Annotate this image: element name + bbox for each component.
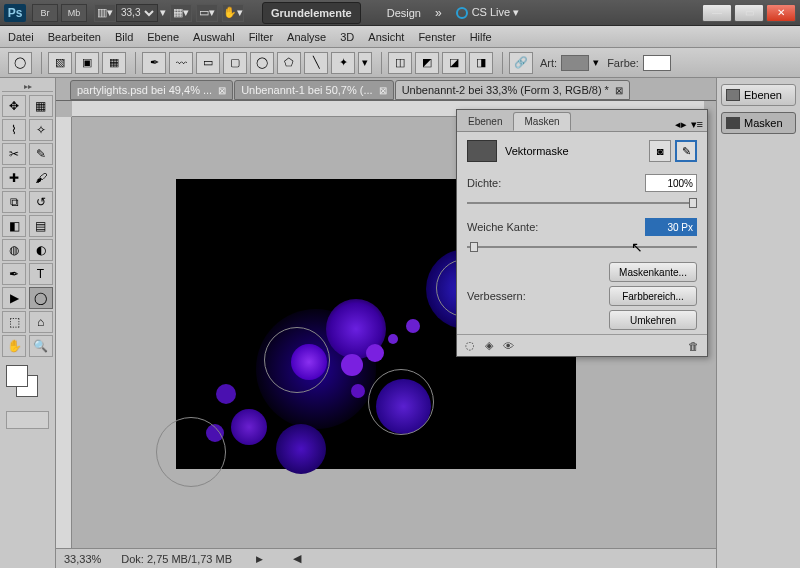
workspace-more-icon[interactable]: » xyxy=(435,6,442,20)
menu-ebene[interactable]: Ebene xyxy=(147,31,179,43)
weiche-input[interactable] xyxy=(645,218,697,236)
history-brush-tool[interactable]: ↺ xyxy=(29,191,53,213)
lasso-tool[interactable]: ⌇ xyxy=(2,119,26,141)
status-dok[interactable]: Dok: 2,75 MB/1,73 MB xyxy=(121,553,232,565)
move-tool[interactable]: ✥ xyxy=(2,95,26,117)
shape-tool[interactable]: ◯ xyxy=(29,287,53,309)
menu-auswahl[interactable]: Auswahl xyxy=(193,31,235,43)
dichte-input[interactable] xyxy=(645,174,697,192)
line-icon[interactable]: ╲ xyxy=(304,52,328,74)
combine-excl-icon[interactable]: ◨ xyxy=(469,52,493,74)
cslive-button[interactable]: CS Live ▾ xyxy=(456,6,520,19)
doc-tab-2[interactable]: Unbenannt-1 bei 50,7% (...⊠ xyxy=(234,80,393,100)
load-selection-icon[interactable]: ◌ xyxy=(465,339,475,352)
ruler-vertical[interactable] xyxy=(56,117,72,548)
3d-cam-tool[interactable]: ⌂ xyxy=(29,311,53,333)
minimize-button[interactable]: — xyxy=(702,4,732,22)
tab-ebenen[interactable]: Ebenen xyxy=(457,112,513,131)
polygon-icon[interactable]: ⬠ xyxy=(277,52,301,74)
menu-3d[interactable]: 3D xyxy=(340,31,354,43)
weiche-slider[interactable] xyxy=(467,242,697,252)
panel-menu-icon[interactable]: ▾≡ xyxy=(691,118,703,131)
freeform-pen-icon[interactable]: 〰 xyxy=(169,52,193,74)
menu-fenster[interactable]: Fenster xyxy=(418,31,455,43)
maximize-button[interactable]: ▭ xyxy=(734,4,764,22)
mask-panel[interactable]: Ebenen Masken ◂▸▾≡ Vektormaske ◙ ✎ Dicht… xyxy=(456,109,708,357)
fill-pixels-icon[interactable]: ▦ xyxy=(102,52,126,74)
shape-layers-icon[interactable]: ▧ xyxy=(48,52,72,74)
close-icon[interactable]: ⊠ xyxy=(615,85,623,96)
rounded-rect-icon[interactable]: ▢ xyxy=(223,52,247,74)
grid-icon[interactable]: ▦▾ xyxy=(170,4,192,22)
doc-tab-3[interactable]: Unbenannt-2 bei 33,3% (Form 3, RGB/8) *⊠ xyxy=(395,80,630,100)
3d-tool[interactable]: ⬚ xyxy=(2,311,26,333)
mask-thumbnail[interactable] xyxy=(467,140,497,162)
combine-add-icon[interactable]: ◫ xyxy=(388,52,412,74)
shape-tool-icon[interactable]: ◯ xyxy=(8,52,32,74)
collapse-icon[interactable]: ◂▸ xyxy=(675,118,687,131)
doc-layout-icon[interactable]: ▭▾ xyxy=(196,4,218,22)
dodge-tool[interactable]: ◐ xyxy=(29,239,53,261)
tab-masken[interactable]: Masken xyxy=(513,112,570,131)
zoom-select[interactable]: 33,3 xyxy=(116,4,158,22)
style-swatch[interactable] xyxy=(561,55,589,71)
menu-bearbeiten[interactable]: Bearbeiten xyxy=(48,31,101,43)
type-tool[interactable]: T xyxy=(29,263,53,285)
zoom-tool[interactable]: 🔍 xyxy=(29,335,53,357)
shape-options-icon[interactable]: ▾ xyxy=(358,52,372,74)
menu-ansicht[interactable]: Ansicht xyxy=(368,31,404,43)
disable-mask-icon[interactable]: 👁 xyxy=(503,340,514,352)
menu-bild[interactable]: Bild xyxy=(115,31,133,43)
close-icon[interactable]: ⊠ xyxy=(218,85,226,96)
rect-icon[interactable]: ▭ xyxy=(196,52,220,74)
dichte-slider[interactable] xyxy=(467,198,697,208)
crop-tool[interactable]: ✂ xyxy=(2,143,26,165)
screen-mode-icon[interactable]: ▥▾ xyxy=(94,4,116,22)
pen-icon[interactable]: ✒ xyxy=(142,52,166,74)
brush-tool[interactable]: 🖌 xyxy=(29,167,53,189)
farbbereich-button[interactable]: Farbbereich... xyxy=(609,286,697,306)
combine-int-icon[interactable]: ◪ xyxy=(442,52,466,74)
fg-color[interactable] xyxy=(6,365,28,387)
maskenkante-button[interactable]: Maskenkante... xyxy=(609,262,697,282)
hand-icon[interactable]: ✋▾ xyxy=(222,4,244,22)
menu-filter[interactable]: Filter xyxy=(249,31,273,43)
vector-mask-button[interactable]: ✎ xyxy=(675,140,697,162)
heal-tool[interactable]: ✚ xyxy=(2,167,26,189)
eyedropper-tool[interactable]: ✎ xyxy=(29,143,53,165)
minibridge-button[interactable]: Mb xyxy=(61,4,87,22)
apply-mask-icon[interactable]: ◈ xyxy=(485,339,493,352)
workspace-grundelemente[interactable]: Grundelemente xyxy=(262,2,361,24)
ellipse-icon[interactable]: ◯ xyxy=(250,52,274,74)
doc-tab-1[interactable]: partylights.psd bei 49,4% ...⊠ xyxy=(70,80,233,100)
custom-shape-icon[interactable]: ✦ xyxy=(331,52,355,74)
path-select-tool[interactable]: ▶ xyxy=(2,287,26,309)
menu-analyse[interactable]: Analyse xyxy=(287,31,326,43)
combine-sub-icon[interactable]: ◩ xyxy=(415,52,439,74)
gradient-tool[interactable]: ▤ xyxy=(29,215,53,237)
status-zoom[interactable]: 33,33% xyxy=(64,553,101,565)
close-button[interactable]: ✕ xyxy=(766,4,796,22)
pixel-mask-button[interactable]: ◙ xyxy=(649,140,671,162)
eraser-tool[interactable]: ◧ xyxy=(2,215,26,237)
wand-tool[interactable]: ✧ xyxy=(29,119,53,141)
menu-hilfe[interactable]: Hilfe xyxy=(470,31,492,43)
color-swatches[interactable] xyxy=(2,365,53,405)
marquee-tool[interactable]: ▦ xyxy=(29,95,53,117)
close-icon[interactable]: ⊠ xyxy=(379,85,387,96)
menu-datei[interactable]: Datei xyxy=(8,31,34,43)
panel-masken-button[interactable]: Masken xyxy=(721,112,796,134)
panel-ebenen-button[interactable]: Ebenen xyxy=(721,84,796,106)
color-swatch[interactable] xyxy=(643,55,671,71)
trash-icon[interactable]: 🗑 xyxy=(688,340,699,352)
umkehren-button[interactable]: Umkehren xyxy=(609,310,697,330)
workspace-design[interactable]: Design xyxy=(379,3,429,23)
pen-tool[interactable]: ✒ xyxy=(2,263,26,285)
hand-tool[interactable]: ✋ xyxy=(2,335,26,357)
blur-tool[interactable]: ◍ xyxy=(2,239,26,261)
stamp-tool[interactable]: ⧉ xyxy=(2,191,26,213)
bridge-button[interactable]: Br xyxy=(32,4,58,22)
quickmask-toggle[interactable] xyxy=(6,411,49,429)
paths-icon[interactable]: ▣ xyxy=(75,52,99,74)
link-icon[interactable]: 🔗 xyxy=(509,52,533,74)
